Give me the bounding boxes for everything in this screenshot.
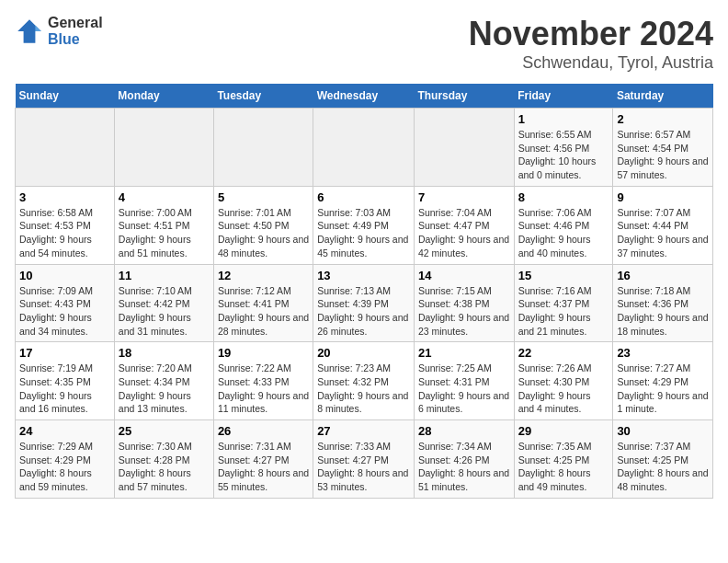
calendar-cell: 19Sunrise: 7:22 AM Sunset: 4:33 PM Dayli…	[213, 342, 313, 420]
day-number: 16	[617, 269, 709, 282]
day-info: Sunrise: 7:27 AM Sunset: 4:29 PM Dayligh…	[617, 362, 709, 416]
calendar-cell: 20Sunrise: 7:23 AM Sunset: 4:32 PM Dayli…	[313, 342, 415, 420]
day-number: 22	[518, 346, 609, 360]
calendar-cell	[414, 109, 514, 187]
weekday-header: Monday	[114, 84, 213, 109]
calendar-cell: 3Sunrise: 6:58 AM Sunset: 4:53 PM Daylig…	[16, 186, 115, 264]
calendar-cell: 9Sunrise: 7:07 AM Sunset: 4:44 PM Daylig…	[613, 186, 713, 264]
day-number: 30	[617, 424, 709, 438]
day-number: 23	[617, 346, 709, 360]
weekday-header: Tuesday	[213, 84, 313, 109]
calendar-cell: 6Sunrise: 7:03 AM Sunset: 4:49 PM Daylig…	[313, 186, 415, 264]
calendar-week-row: 1Sunrise: 6:55 AM Sunset: 4:56 PM Daylig…	[16, 109, 713, 187]
day-number: 7	[418, 190, 510, 204]
calendar-cell: 2Sunrise: 6:57 AM Sunset: 4:54 PM Daylig…	[613, 109, 713, 187]
day-info: Sunrise: 7:29 AM Sunset: 4:29 PM Dayligh…	[19, 440, 110, 494]
calendar-cell: 10Sunrise: 7:09 AM Sunset: 4:43 PM Dayli…	[16, 264, 115, 342]
title-area: November 2024 Schwendau, Tyrol, Austria	[469, 15, 713, 73]
day-info: Sunrise: 7:18 AM Sunset: 4:36 PM Dayligh…	[617, 284, 709, 339]
calendar-cell: 25Sunrise: 7:30 AM Sunset: 4:28 PM Dayli…	[114, 420, 213, 499]
day-info: Sunrise: 7:35 AM Sunset: 4:25 PM Dayligh…	[518, 440, 609, 494]
logo: General Blue	[15, 15, 103, 47]
weekday-header: Wednesday	[313, 84, 415, 109]
day-info: Sunrise: 6:57 AM Sunset: 4:54 PM Dayligh…	[617, 128, 709, 182]
calendar-week-row: 10Sunrise: 7:09 AM Sunset: 4:43 PM Dayli…	[16, 264, 713, 342]
calendar-cell: 27Sunrise: 7:33 AM Sunset: 4:27 PM Dayli…	[313, 420, 415, 499]
calendar-cell: 29Sunrise: 7:35 AM Sunset: 4:25 PM Dayli…	[514, 420, 613, 499]
day-number: 19	[218, 346, 309, 360]
day-info: Sunrise: 7:20 AM Sunset: 4:34 PM Dayligh…	[119, 362, 210, 416]
calendar-cell: 17Sunrise: 7:19 AM Sunset: 4:35 PM Dayli…	[16, 342, 115, 420]
day-number: 14	[418, 269, 510, 282]
calendar-week-row: 3Sunrise: 6:58 AM Sunset: 4:53 PM Daylig…	[16, 186, 713, 264]
weekday-header: Friday	[514, 84, 613, 109]
calendar-week-row: 17Sunrise: 7:19 AM Sunset: 4:35 PM Dayli…	[16, 342, 713, 420]
day-info: Sunrise: 7:15 AM Sunset: 4:38 PM Dayligh…	[418, 284, 510, 339]
day-number: 17	[19, 346, 110, 360]
day-number: 6	[317, 190, 410, 204]
weekday-header: Thursday	[414, 84, 514, 109]
day-info: Sunrise: 7:03 AM Sunset: 4:49 PM Dayligh…	[317, 206, 410, 260]
day-number: 5	[218, 190, 309, 204]
calendar-cell: 13Sunrise: 7:13 AM Sunset: 4:39 PM Dayli…	[313, 264, 415, 342]
day-info: Sunrise: 7:30 AM Sunset: 4:28 PM Dayligh…	[119, 440, 210, 494]
calendar-cell: 15Sunrise: 7:16 AM Sunset: 4:37 PM Dayli…	[514, 264, 613, 342]
day-number: 18	[119, 346, 210, 360]
calendar-cell: 1Sunrise: 6:55 AM Sunset: 4:56 PM Daylig…	[514, 109, 613, 187]
calendar-cell: 14Sunrise: 7:15 AM Sunset: 4:38 PM Dayli…	[414, 264, 514, 342]
calendar-cell	[213, 109, 313, 187]
day-number: 4	[119, 190, 210, 204]
weekday-header: Saturday	[613, 84, 713, 109]
calendar-cell: 18Sunrise: 7:20 AM Sunset: 4:34 PM Dayli…	[114, 342, 213, 420]
calendar-cell: 21Sunrise: 7:25 AM Sunset: 4:31 PM Dayli…	[414, 342, 514, 420]
day-info: Sunrise: 7:16 AM Sunset: 4:37 PM Dayligh…	[518, 284, 609, 339]
logo-icon	[15, 17, 44, 46]
day-info: Sunrise: 6:55 AM Sunset: 4:56 PM Dayligh…	[518, 128, 609, 182]
day-number: 3	[19, 190, 110, 204]
day-number: 21	[418, 346, 510, 360]
day-number: 11	[119, 269, 210, 282]
day-info: Sunrise: 7:34 AM Sunset: 4:26 PM Dayligh…	[418, 440, 510, 494]
calendar-cell	[313, 109, 415, 187]
location-title: Schwendau, Tyrol, Austria	[469, 53, 713, 73]
day-info: Sunrise: 7:12 AM Sunset: 4:41 PM Dayligh…	[218, 284, 309, 339]
day-number: 10	[19, 269, 110, 282]
day-number: 29	[518, 424, 609, 438]
day-number: 1	[518, 112, 609, 126]
day-info: Sunrise: 7:23 AM Sunset: 4:32 PM Dayligh…	[317, 362, 410, 416]
day-number: 28	[418, 424, 510, 438]
day-info: Sunrise: 7:07 AM Sunset: 4:44 PM Dayligh…	[617, 206, 709, 260]
day-info: Sunrise: 7:01 AM Sunset: 4:50 PM Dayligh…	[218, 206, 309, 260]
calendar-cell: 5Sunrise: 7:01 AM Sunset: 4:50 PM Daylig…	[213, 186, 313, 264]
calendar-cell: 4Sunrise: 7:00 AM Sunset: 4:51 PM Daylig…	[114, 186, 213, 264]
calendar-cell: 23Sunrise: 7:27 AM Sunset: 4:29 PM Dayli…	[613, 342, 713, 420]
day-number: 12	[218, 269, 309, 282]
day-info: Sunrise: 7:37 AM Sunset: 4:25 PM Dayligh…	[617, 440, 709, 494]
day-info: Sunrise: 7:33 AM Sunset: 4:27 PM Dayligh…	[317, 440, 410, 494]
day-number: 2	[617, 112, 709, 126]
calendar-cell: 22Sunrise: 7:26 AM Sunset: 4:30 PM Dayli…	[514, 342, 613, 420]
day-number: 25	[119, 424, 210, 438]
logo-general-text: General	[48, 15, 103, 31]
day-number: 15	[518, 269, 609, 282]
day-info: Sunrise: 7:19 AM Sunset: 4:35 PM Dayligh…	[19, 362, 110, 416]
calendar-week-row: 24Sunrise: 7:29 AM Sunset: 4:29 PM Dayli…	[16, 420, 713, 499]
day-number: 27	[317, 424, 410, 438]
day-info: Sunrise: 7:22 AM Sunset: 4:33 PM Dayligh…	[218, 362, 309, 416]
calendar-cell: 7Sunrise: 7:04 AM Sunset: 4:47 PM Daylig…	[414, 186, 514, 264]
month-title: November 2024	[469, 15, 713, 53]
day-number: 13	[317, 269, 410, 282]
day-info: Sunrise: 7:10 AM Sunset: 4:42 PM Dayligh…	[119, 284, 210, 339]
header: General Blue November 2024 Schwendau, Ty…	[15, 15, 713, 73]
day-info: Sunrise: 7:31 AM Sunset: 4:27 PM Dayligh…	[218, 440, 309, 494]
svg-marker-1	[35, 25, 40, 30]
logo-blue-text: Blue	[48, 31, 103, 48]
calendar: SundayMondayTuesdayWednesdayThursdayFrid…	[15, 84, 713, 499]
day-number: 24	[19, 424, 110, 438]
day-number: 26	[218, 424, 309, 438]
day-info: Sunrise: 7:04 AM Sunset: 4:47 PM Dayligh…	[418, 206, 510, 260]
calendar-cell	[16, 109, 115, 187]
day-number: 8	[518, 190, 609, 204]
calendar-cell: 26Sunrise: 7:31 AM Sunset: 4:27 PM Dayli…	[213, 420, 313, 499]
weekday-header: Sunday	[16, 84, 115, 109]
